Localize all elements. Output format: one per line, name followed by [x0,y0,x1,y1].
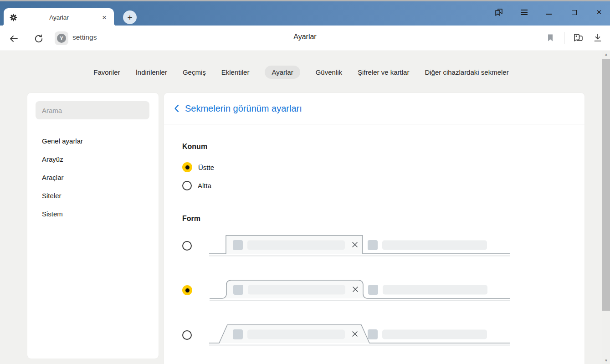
nav-diger-cihazlar[interactable]: Diğer cihazlardaki sekmeler [425,68,508,76]
settings-nav: Favoriler İndirilenler Geçmiş Eklentiler… [0,63,602,81]
radio-form-trapezoid[interactable] [182,330,192,340]
form-option-rectangle[interactable] [182,235,584,256]
downloads-icon[interactable] [592,32,604,44]
scrollbar-up-icon[interactable]: ▲ [602,52,610,56]
collections-icon[interactable] [572,32,584,44]
toolbar-divider [564,32,564,44]
browser-tab-active[interactable]: Ayarlar × [4,8,114,27]
settings-page: Favoriler İndirilenler Geçmiş Eklentiler… [0,51,610,364]
nav-eklentiler[interactable]: Eklentiler [221,68,250,76]
settings-sidebar: Genel ayarlar Arayüz Araçlar Siteler Sis… [27,93,159,359]
settings-gear-icon [9,13,18,22]
nav-gecmis[interactable]: Geçmiş [183,68,206,76]
search-input[interactable] [36,101,149,119]
radio-label-ustte: Üstte [198,164,214,171]
bookmark-flag-icon[interactable] [544,32,556,44]
radio-form-rectangle[interactable] [182,241,192,251]
nav-guvenlik[interactable]: Güvenlik [316,68,342,76]
window-minimize-button[interactable] [543,7,554,18]
scrollbar-down-icon[interactable]: ▼ [602,359,610,363]
toolbar-page-title: Ayarlar [0,33,610,41]
tab-strip: Ayarlar × + ✕ [0,0,610,26]
page-scrollbar[interactable]: ▲ ▼ [602,51,610,364]
new-tab-button[interactable]: + [123,10,137,24]
sidebar-item-araclar[interactable]: Araçlar [27,168,159,186]
scrollbar-thumb[interactable] [602,59,610,311]
tab-shape-rectangle-preview [209,235,510,256]
settings-panel: Sekmelerin görünüm ayarları Konum Üstte … [164,93,584,364]
form-option-rounded[interactable] [182,279,584,301]
form-option-trapezoid[interactable] [182,324,584,346]
window-close-button[interactable]: ✕ [594,7,605,18]
radio-form-rounded[interactable] [182,285,192,295]
back-chevron-icon[interactable] [174,103,180,113]
radio-label-altta: Altta [198,182,211,190]
nav-favoriler[interactable]: Favoriler [93,68,120,76]
tab-close-icon[interactable]: × [100,13,108,22]
form-heading: Form [182,215,584,223]
radio-ustte[interactable] [182,162,192,172]
konum-heading: Konum [182,143,584,151]
radio-row-altta[interactable]: Altta [182,176,584,195]
browser-menu-icon[interactable] [518,7,529,18]
panel-header: Sekmelerin görünüm ayarları [164,93,584,124]
nav-indirilenler[interactable]: İndirilenler [136,68,167,76]
tab-title: Ayarlar [18,14,100,21]
tab-shape-trapezoid-preview [209,324,510,346]
tab-panel-bookmarks-icon[interactable] [493,7,504,18]
radio-altta[interactable] [182,181,192,190]
section-konum: Konum Üstte Altta [182,124,584,195]
sidebar-item-sistem[interactable]: Sistem [27,205,159,223]
window-maximize-button[interactable] [569,7,579,18]
page-title[interactable]: Sekmelerin görünüm ayarları [185,103,302,114]
sidebar-item-siteler[interactable]: Siteler [27,186,159,205]
sidebar-item-genel-ayarlar[interactable]: Genel ayarlar [27,132,159,150]
sidebar-item-arayuz[interactable]: Arayüz [27,150,159,168]
address-toolbar: Y settings Ayarlar [0,26,610,51]
nav-sifreler[interactable]: Şifreler ve kartlar [358,68,409,76]
radio-row-ustte[interactable]: Üstte [182,158,584,176]
nav-ayarlar-active[interactable]: Ayarlar [265,66,300,79]
section-form: Form [182,195,584,346]
tab-shape-rounded-preview [210,279,510,301]
